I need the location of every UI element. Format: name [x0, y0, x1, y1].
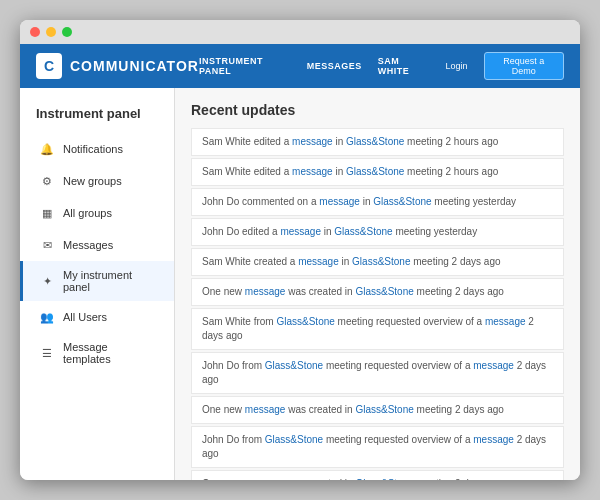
update-text-before: Sam White created a	[202, 256, 298, 267]
sidebar-item-label: Message templates	[63, 341, 158, 365]
all-users-icon: 👥	[39, 309, 55, 325]
update-link-1[interactable]: message	[319, 196, 360, 207]
nav-links: INSTRUMENT PANEL MESSAGES SAM WHITE Logi…	[199, 52, 564, 80]
update-text-middle: meeting requested overview of a	[323, 360, 473, 371]
update-item: Sam White edited a message in Glass&Ston…	[191, 158, 564, 186]
update-item: John Do from Glass&Stone meeting request…	[191, 426, 564, 468]
all-groups-icon: ▦	[39, 205, 55, 221]
update-item: One new message was created in Glass&Sto…	[191, 396, 564, 424]
update-text-middle: was created in	[285, 404, 355, 415]
update-link-1[interactable]: message	[292, 136, 333, 147]
content-area: Recent updates Sam White edited a messag…	[175, 88, 580, 480]
update-text-after: meeting yesterday	[393, 226, 478, 237]
title-bar	[20, 20, 580, 44]
logo-area: C COMMUNICATOR	[36, 53, 199, 79]
logo-icon: C	[36, 53, 62, 79]
update-link-2[interactable]: Glass&Stone	[352, 256, 410, 267]
sidebar-item-label: New groups	[63, 175, 122, 187]
update-text-before: John Do from	[202, 434, 265, 445]
update-text-before: Sam White edited a	[202, 136, 292, 147]
nav-instrument-panel[interactable]: INSTRUMENT PANEL	[199, 56, 291, 76]
update-link-2[interactable]: Glass&Stone	[355, 286, 413, 297]
sidebar-item-notifications[interactable]: 🔔 Notifications	[20, 133, 174, 165]
sidebar-item-messages[interactable]: ✉ Messages	[20, 229, 174, 261]
sidebar-item-templates[interactable]: ☰ Message templates	[20, 333, 174, 373]
update-text-before: One new	[202, 404, 245, 415]
update-link-2[interactable]: Glass&Stone	[355, 404, 413, 415]
update-item: One new message was created in Glass&Sto…	[191, 278, 564, 306]
update-text-after: meeting 2 days ago	[414, 478, 504, 480]
update-text-before: John Do commented on a	[202, 196, 319, 207]
update-item: John Do from Glass&Stone meeting request…	[191, 352, 564, 394]
update-link-1[interactable]: message	[245, 404, 286, 415]
update-link-1[interactable]: message	[280, 226, 321, 237]
messages-icon: ✉	[39, 237, 55, 253]
update-text-after: meeting 2 hours ago	[404, 136, 498, 147]
sidebar-item-all-groups[interactable]: ▦ All groups	[20, 197, 174, 229]
update-link-1[interactable]: message	[245, 286, 286, 297]
maximize-button[interactable]	[62, 27, 72, 37]
update-item: Sam White edited a message in Glass&Ston…	[191, 128, 564, 156]
update-item: One new message was created in Glass&Sto…	[191, 470, 564, 480]
update-text-after: meeting 2 hours ago	[404, 166, 498, 177]
sidebar: Instrument panel 🔔 Notifications ⚙ New g…	[20, 88, 175, 480]
update-item: Sam White from Glass&Stone meeting reque…	[191, 308, 564, 350]
update-link-1[interactable]: message	[245, 478, 286, 480]
updates-list: Sam White edited a message in Glass&Ston…	[191, 128, 564, 480]
update-link-1[interactable]: Glass&Stone	[265, 360, 323, 371]
app-window: C COMMUNICATOR INSTRUMENT PANEL MESSAGES…	[20, 20, 580, 480]
update-link-1[interactable]: Glass&Stone	[265, 434, 323, 445]
update-link-1[interactable]: Glass&Stone	[276, 316, 334, 327]
sidebar-item-all-users[interactable]: 👥 All Users	[20, 301, 174, 333]
notifications-icon: 🔔	[39, 141, 55, 157]
update-text-middle: was created in	[285, 286, 355, 297]
sidebar-item-new-groups[interactable]: ⚙ New groups	[20, 165, 174, 197]
update-text-middle: in	[360, 196, 373, 207]
sidebar-item-label: All Users	[63, 311, 107, 323]
update-text-after: meeting 2 days ago	[414, 404, 504, 415]
nav-user[interactable]: SAM WHITE	[378, 56, 430, 76]
my-panel-icon: ✦	[39, 273, 55, 289]
sidebar-item-label: Messages	[63, 239, 113, 251]
top-navigation: C COMMUNICATOR INSTRUMENT PANEL MESSAGES…	[20, 44, 580, 88]
close-button[interactable]	[30, 27, 40, 37]
logo-initial: C	[44, 58, 54, 74]
update-text-before: One new	[202, 286, 245, 297]
update-link-1[interactable]: message	[298, 256, 339, 267]
update-link-2[interactable]: message	[473, 360, 514, 371]
update-link-2[interactable]: Glass&Stone	[346, 166, 404, 177]
new-groups-icon: ⚙	[39, 173, 55, 189]
sidebar-item-my-panel[interactable]: ✦ My instrument panel	[20, 261, 174, 301]
update-text-middle: meeting requested overview of a	[335, 316, 485, 327]
sidebar-item-label: All groups	[63, 207, 112, 219]
update-link-2[interactable]: Glass&Stone	[334, 226, 392, 237]
update-text-middle: in	[333, 166, 346, 177]
update-text-before: Sam White edited a	[202, 166, 292, 177]
update-text-after: meeting 2 days ago	[414, 286, 504, 297]
request-demo-button[interactable]: Request a Demo	[484, 52, 564, 80]
update-link-2[interactable]: Glass&Stone	[346, 136, 404, 147]
update-text-after: meeting 2 days ago	[410, 256, 500, 267]
sidebar-item-label: My instrument panel	[63, 269, 158, 293]
update-text-before: John Do from	[202, 360, 265, 371]
update-link-2[interactable]: message	[473, 434, 514, 445]
update-link-1[interactable]: message	[292, 166, 333, 177]
update-link-2[interactable]: message	[485, 316, 526, 327]
update-text-middle: was created in	[285, 478, 355, 480]
update-link-2[interactable]: Glass&Stone	[373, 196, 431, 207]
update-text-middle: in	[321, 226, 334, 237]
update-text-middle: meeting requested overview of a	[323, 434, 473, 445]
login-button[interactable]: Login	[446, 61, 468, 71]
sidebar-item-label: Notifications	[63, 143, 123, 155]
update-text-middle: in	[339, 256, 352, 267]
update-text-before: John Do edited a	[202, 226, 280, 237]
update-text-after: meeting yesterday	[432, 196, 517, 207]
update-text-before: One new	[202, 478, 245, 480]
templates-icon: ☰	[39, 345, 55, 361]
update-link-2[interactable]: Glass&Stone	[355, 478, 413, 480]
update-text-middle: in	[333, 136, 346, 147]
logo-text: COMMUNICATOR	[70, 58, 199, 74]
nav-messages[interactable]: MESSAGES	[307, 61, 362, 71]
minimize-button[interactable]	[46, 27, 56, 37]
main-area: Instrument panel 🔔 Notifications ⚙ New g…	[20, 88, 580, 480]
